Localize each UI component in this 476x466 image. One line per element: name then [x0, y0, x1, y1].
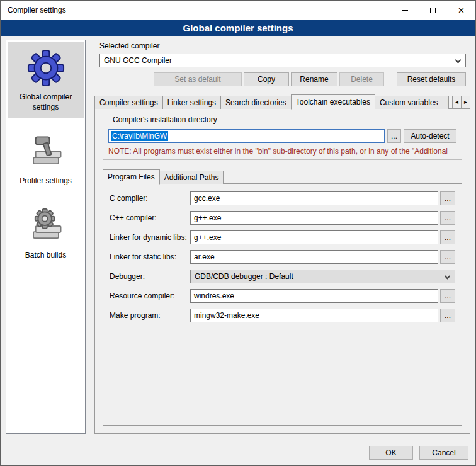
compiler-actions: Set as default Copy Rename Delete Reset …: [99, 72, 466, 86]
installation-directory-label: Compiler's installation directory: [111, 115, 219, 124]
make-program-label: Make program:: [110, 311, 190, 320]
bin-subdirectory-note: NOTE: All programs must exist either in …: [108, 147, 456, 156]
make-program-row: Make program: mingw32-make.exe ...: [110, 309, 455, 322]
dynamic-linker-value: g++.exe: [194, 233, 221, 242]
tab-toolchain-executables[interactable]: Toolchain executables: [291, 94, 375, 110]
tab-compiler-settings[interactable]: Compiler settings: [94, 96, 163, 109]
tab-build-options[interactable]: Buil: [443, 96, 449, 109]
cpp-compiler-value: g++.exe: [194, 213, 221, 222]
c-compiler-browse-button[interactable]: ...: [440, 191, 455, 205]
window-title: Compiler settings: [1, 6, 390, 14]
c-compiler-input[interactable]: gcc.exe: [190, 191, 438, 205]
compiler-settings-window: Compiler settings × Global compiler sett…: [0, 0, 476, 466]
resource-compiler-value: windres.exe: [194, 292, 234, 300]
tab-additional-paths[interactable]: Additional Paths: [159, 171, 224, 184]
sidebar-item-global-compiler-settings[interactable]: Global compiler settings: [8, 42, 84, 118]
category-list: Global compiler settings Profiler settin…: [6, 40, 86, 434]
sidebar-item-label: Profiler settings: [20, 176, 72, 186]
make-program-value: mingw32-make.exe: [194, 311, 259, 320]
copy-button[interactable]: Copy: [244, 72, 289, 86]
browse-directory-button[interactable]: ...: [387, 129, 401, 143]
toolchain-executables-panel: Compiler's installation directory C:\ray…: [94, 108, 470, 434]
reset-defaults-button[interactable]: Reset defaults: [397, 72, 466, 86]
main-panel: Selected compiler GNU GCC Compiler Set a…: [94, 40, 470, 434]
make-program-input[interactable]: mingw32-make.exe: [190, 309, 438, 322]
selected-compiler-label: Selected compiler: [99, 42, 470, 50]
tab-scroll-buttons: ◄ ►: [452, 96, 470, 108]
static-linker-value: ar.exe: [194, 253, 215, 261]
dynamic-linker-input[interactable]: g++.exe: [190, 230, 438, 244]
maximize-button[interactable]: [419, 1, 447, 20]
cancel-button[interactable]: Cancel: [419, 446, 468, 460]
c-compiler-value: gcc.exe: [194, 194, 220, 203]
dialog-header: Global compiler settings: [1, 20, 475, 36]
chevron-down-icon: [445, 273, 451, 280]
program-tabs: Program Files Additional Paths: [103, 169, 462, 184]
sidebar-item-batch-builds[interactable]: Batch builds: [8, 200, 84, 266]
tab-program-files[interactable]: Program Files: [103, 169, 160, 185]
debugger-label: Debugger:: [110, 272, 190, 281]
cpp-compiler-label: C++ compiler:: [110, 213, 190, 222]
c-compiler-row: C compiler: gcc.exe ...: [110, 191, 455, 205]
cpp-compiler-browse-button[interactable]: ...: [440, 211, 455, 225]
settings-tabs: Compiler settings Linker settings Search…: [94, 94, 470, 109]
installation-directory-groupbox: Compiler's installation directory C:\ray…: [103, 115, 462, 160]
close-icon: ×: [458, 5, 465, 16]
rename-button[interactable]: Rename: [291, 72, 337, 86]
debugger-row: Debugger: GDB/CDB debugger : Default: [110, 270, 455, 283]
maximize-icon: [430, 8, 436, 13]
static-linker-input[interactable]: ar.exe: [190, 250, 438, 264]
static-linker-row: Linker for static libs: ar.exe ...: [110, 250, 455, 264]
debugger-select-value: GDB/CDB debugger : Default: [195, 272, 293, 281]
arrow-left-icon: ◄: [455, 99, 460, 105]
dynamic-linker-browse-button[interactable]: ...: [440, 230, 455, 244]
chevron-down-icon: [455, 57, 462, 64]
make-program-browse-button[interactable]: ...: [440, 309, 455, 322]
sidebar-item-label: Global compiler settings: [9, 93, 82, 112]
installation-directory-input[interactable]: C:\raylib\MinGW: [108, 129, 385, 143]
close-button[interactable]: ×: [447, 1, 475, 20]
dynamic-linker-row: Linker for dynamic libs: g++.exe ...: [110, 230, 455, 244]
sidebar-item-profiler-settings[interactable]: Profiler settings: [8, 125, 84, 192]
arrow-right-icon: ►: [463, 99, 468, 105]
dynamic-linker-label: Linker for dynamic libs:: [110, 233, 190, 242]
debugger-select[interactable]: GDB/CDB debugger : Default: [190, 270, 455, 283]
resource-compiler-label: Resource compiler:: [110, 292, 190, 300]
tab-scroll-right-button[interactable]: ►: [461, 96, 470, 108]
resource-compiler-input[interactable]: windres.exe: [190, 289, 438, 303]
resource-compiler-browse-button[interactable]: ...: [440, 289, 455, 303]
ok-button[interactable]: OK: [369, 446, 413, 460]
compiler-select-value: GNU GCC Compiler: [104, 56, 172, 65]
compiler-select[interactable]: GNU GCC Compiler: [99, 54, 466, 67]
static-linker-label: Linker for static libs:: [110, 253, 190, 261]
sidebar-item-label: Batch builds: [25, 251, 66, 261]
cpp-compiler-row: C++ compiler: g++.exe ...: [110, 211, 455, 225]
minimize-icon: [402, 10, 408, 11]
tab-linker-settings[interactable]: Linker settings: [162, 96, 221, 109]
gray-gear-icon: [28, 206, 64, 246]
tab-search-directories[interactable]: Search directories: [220, 96, 292, 109]
static-linker-browse-button[interactable]: ...: [440, 250, 455, 264]
program-files-panel: C compiler: gcc.exe ... C++ compiler: g+…: [103, 183, 462, 426]
tab-scroll-left-button[interactable]: ◄: [452, 96, 462, 108]
cpp-compiler-input[interactable]: g++.exe: [190, 211, 438, 225]
set-as-default-button[interactable]: Set as default: [154, 72, 242, 86]
blue-gear-icon: [26, 48, 65, 88]
tab-custom-variables[interactable]: Custom variables: [375, 96, 443, 109]
auto-detect-button[interactable]: Auto-detect: [404, 129, 456, 143]
installation-directory-row: C:\raylib\MinGW ... Auto-detect: [108, 129, 456, 143]
title-bar: Compiler settings ×: [1, 1, 475, 20]
c-compiler-label: C compiler:: [110, 194, 190, 203]
resource-compiler-row: Resource compiler: windres.exe ...: [110, 289, 455, 303]
dialog-footer: OK Cancel: [369, 446, 468, 460]
window-controls: ×: [390, 1, 475, 20]
selected-text: C:\raylib\MinGW: [111, 131, 168, 141]
profiler-hammer-icon: [28, 132, 64, 172]
minimize-button[interactable]: [390, 1, 419, 20]
delete-button[interactable]: Delete: [339, 72, 384, 86]
